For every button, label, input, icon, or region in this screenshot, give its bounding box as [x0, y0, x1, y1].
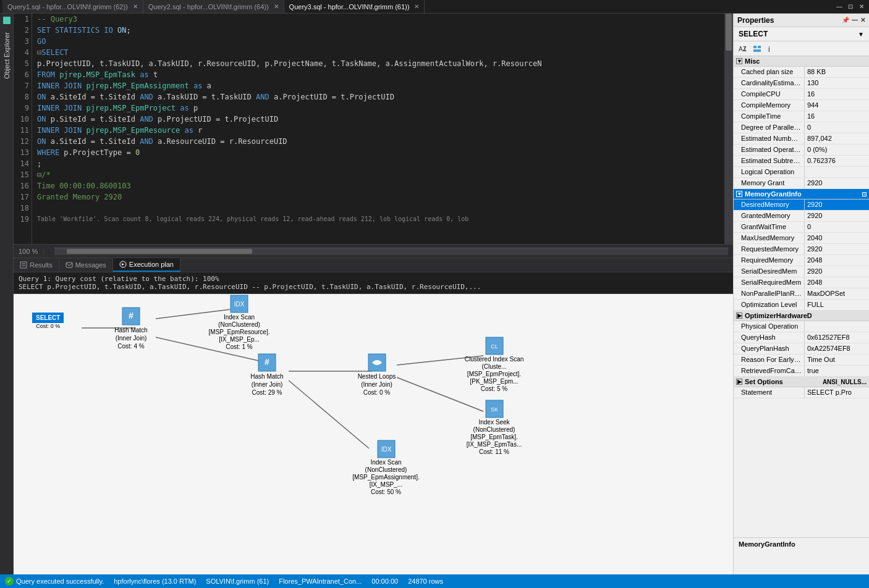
messages-icon — [66, 261, 73, 269]
prop-requestedmemory: RequestedMemory 2920 — [734, 244, 869, 255]
prop-physical-op: Physical Operation — [734, 321, 869, 332]
code-line-11: INNER JOIN pjrep.MSP_EpmResource as r — [37, 125, 719, 136]
props-minimize-btn[interactable]: — — [852, 17, 858, 23]
prop-desiredmemory: DesiredMemory 2920 — [734, 200, 869, 211]
status-server: hpforlync\flores (13.0 RTM) — [114, 578, 196, 585]
scrollbar-thumb[interactable] — [726, 14, 732, 51]
plan-content: SELECT Cost: 0 % # Hash Match(Inner Join… — [14, 294, 733, 574]
set-options-section-header[interactable]: ▶ Set Options ANSI_NULLS... — [734, 377, 869, 387]
hash-match-2-icon: # — [257, 353, 277, 372]
properties-footer-label: MemoryGrantInfo — [739, 540, 795, 548]
code-line-18 — [37, 203, 719, 214]
code-line-10: ON p.SiteId = t.SiteId AND p.ProjectUID … — [37, 114, 719, 125]
code-line-4: ⊟SELECT — [37, 47, 719, 58]
tab-messages[interactable]: Messages — [59, 258, 113, 272]
prop-logical-op: Logical Operation — [734, 167, 869, 178]
code-line-19: Table 'Workfile'. Scan count 8, logical … — [37, 214, 719, 225]
h-scrollbar[interactable] — [54, 248, 728, 255]
editor-footer: 100 % | — [14, 244, 733, 258]
index-seek-icon: SK — [485, 399, 504, 419]
prop-est-operator: Estimated Operator C 0 (0%) — [734, 145, 869, 156]
maximize-btn[interactable]: ⊡ — [846, 2, 855, 12]
optimizer-hardware-section-header[interactable]: ▶ OptimizerHardwareD — [734, 311, 869, 321]
close-tab2-icon[interactable]: ✕ — [274, 3, 279, 10]
code-line-1: -- Query3 — [37, 14, 719, 25]
code-line-5: p.ProjectUID, t.TaskUID, a.TaskUID, r.Re… — [37, 58, 719, 69]
prop-est-number: Estimated Number of 897,042 — [734, 133, 869, 145]
hash-match-1-icon: # — [121, 306, 141, 326]
status-bar: Query executed successfully. hpforlync\f… — [0, 574, 869, 588]
svg-text:i: i — [768, 44, 770, 54]
index-scan-1-node[interactable]: IDX Index Scan (NonClustered)[MSP_EpmRes… — [205, 294, 273, 351]
code-line-14: ; — [37, 158, 719, 169]
prop-retrieved-cache: RetrievedFromCache true — [734, 366, 869, 377]
properties-content[interactable]: ▼ Misc Cached plan size 88 KB Cardinalit… — [734, 56, 869, 537]
prop-reason-early-term: Reason For Early Tern Time Out — [734, 355, 869, 366]
svg-rect-4 — [66, 262, 72, 267]
code-line-13: WHERE p.ProjectType = 0 — [37, 147, 719, 158]
code-line-15: ⊟/* — [37, 169, 719, 180]
tab-query2[interactable]: Query2.sql - hpfor...OLVIN\f.grimm (64))… — [143, 0, 284, 13]
tab-execution-plan[interactable]: Execution plan — [113, 258, 180, 272]
close-tab1-icon[interactable]: ✕ — [133, 3, 138, 10]
prop-maxusedmemory: MaxUsedMemory 2040 — [734, 233, 869, 244]
prop-queryplanhash: QueryPlanHash 0xA22574EF8 — [734, 343, 869, 355]
tab-results[interactable]: Results — [14, 258, 59, 272]
prop-statement: Statement SELECT p.Pro — [734, 387, 869, 398]
svg-text:CL: CL — [491, 343, 498, 350]
status-user: Flores_PWAIntranet_Con... — [279, 578, 362, 585]
editor-panel: 1 2 3 4 5 6 7 8 9 10 11 12 13 14 15 16 1 — [14, 14, 733, 258]
results-icon — [20, 261, 27, 269]
properties-header: Properties 📌 — ✕ — [734, 14, 869, 27]
code-line-12: ON a.SiteId = t.SiteId AND a.ResourceUID… — [37, 136, 719, 147]
editor-vertical-scrollbar[interactable] — [724, 14, 733, 244]
zoom-level[interactable]: 100 % — [19, 248, 38, 255]
code-line-3: GO — [37, 36, 719, 47]
select-node[interactable]: SELECT Cost: 0 % — [32, 313, 64, 329]
svg-text:#: # — [265, 357, 269, 367]
index-scan-2-node[interactable]: IDX Index Scan (NonClustered)[MSP_EpmAss… — [350, 439, 422, 496]
prop-cardinality: CardinalityEstimation 130 — [734, 78, 869, 89]
code-line-9: INNER JOIN pjrep.MSP_EpmProject as p — [37, 103, 719, 114]
hash-match-1-node[interactable]: # Hash Match(Inner Join)Cost: 4 % — [106, 306, 156, 350]
nested-loops-node[interactable]: Nested Loops(Inner Join)Cost: 0 % — [350, 353, 403, 397]
prop-cached-plan-size: Cached plan size 88 KB — [734, 67, 869, 78]
optimizer-hardware-expand-icon[interactable]: ▶ — [736, 313, 742, 319]
object-explorer-label[interactable]: Object Explorer — [3, 27, 11, 84]
props-close-btn[interactable]: ✕ — [860, 17, 865, 23]
memorygrantinfo-expand-icon[interactable]: ▼ — [736, 191, 742, 197]
sort-az-btn[interactable]: AZ — [736, 43, 748, 55]
index-seek-node[interactable]: SK Index Seek (NonClustered)[MSP_EpmTask… — [459, 399, 530, 456]
sidebar-top-icon — [1, 15, 12, 26]
status-rows: 24870 rows — [408, 578, 443, 585]
line-numbers: 1 2 3 4 5 6 7 8 9 10 11 12 13 14 15 16 1 — [14, 14, 32, 244]
memorygrantinfo-expand-btn[interactable]: ⊡ — [862, 191, 867, 198]
svg-text:#: # — [129, 311, 134, 321]
dropdown-arrow-icon[interactable]: ▼ — [858, 31, 864, 38]
query-output-line2: SELECT p.ProjectUID, t.TaskUID, a.TaskUI… — [19, 283, 728, 291]
close-tab3-icon[interactable]: ✕ — [414, 3, 419, 10]
svg-text:IDX: IDX — [234, 301, 245, 308]
minimize-btn[interactable]: — — [834, 2, 844, 12]
status-db: SOLVIN\f.grimm (61) — [206, 578, 269, 585]
svg-rect-0 — [3, 17, 11, 24]
misc-expand-icon[interactable]: ▼ — [736, 58, 742, 64]
tab-query3[interactable]: Query3.sql - hpfor...OLVIN\f.grimm (61))… — [284, 0, 425, 13]
tab-query1[interactable]: Query1.sql - hpfor...OLVIN\f.grimm (62))… — [2, 0, 143, 13]
status-ok: Query executed successfully. — [5, 577, 104, 586]
hash-match-2-node[interactable]: # Hash Match(Inner Join)Cost: 29 % — [242, 353, 292, 397]
set-options-expand-icon[interactable]: ▶ — [736, 379, 742, 385]
properties-title: Properties — [737, 16, 774, 25]
close-btn[interactable]: ✕ — [857, 2, 867, 12]
misc-section-header[interactable]: ▼ Misc — [734, 56, 869, 67]
h-scrollbar-thumb[interactable] — [67, 249, 252, 254]
status-message: Query executed successfully. — [16, 578, 104, 585]
memorygrantinfo-section-header[interactable]: ▼ MemoryGrantInfo ⊡ — [734, 189, 869, 200]
clustered-scan-node[interactable]: CL Clustered Index Scan (Cluste...[MSP_E… — [459, 336, 530, 393]
description-btn[interactable]: i — [766, 43, 778, 55]
categorize-btn[interactable] — [751, 43, 763, 55]
properties-select-label: SELECT ▼ — [734, 27, 869, 41]
prop-queryhash: QueryHash 0x612527EF8 — [734, 332, 869, 343]
props-pin-btn[interactable]: 📌 — [842, 17, 849, 23]
code-editor[interactable]: -- Query3 SET STATISTICS IO ON; GO ⊟SELE… — [32, 14, 724, 244]
